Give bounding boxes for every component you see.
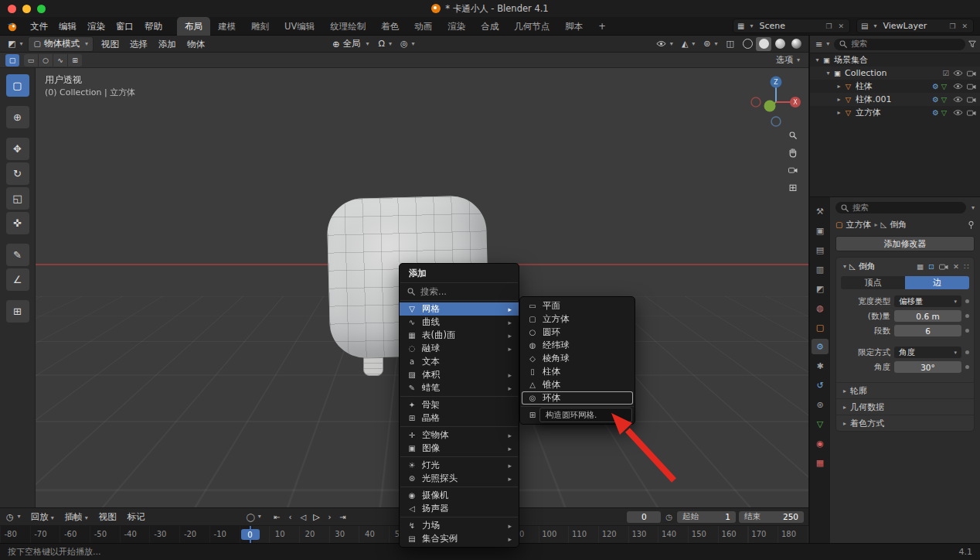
tool-options-dropdown[interactable]: 选项 ▾ <box>773 53 803 67</box>
expand-icon[interactable]: ▸ <box>835 96 843 103</box>
mesh-submenu-item-torus[interactable]: ◎环体 <box>522 391 633 405</box>
modifier-section-shading[interactable]: ▸着色方式 <box>836 415 974 431</box>
add-menu-item-surface[interactable]: ▦表(曲)面▸ <box>400 329 519 342</box>
mesh-data-icon[interactable]: ▽ <box>941 95 947 104</box>
viewport-menu-add[interactable]: 添加 <box>153 36 182 52</box>
navigation-gizmo[interactable]: Z X <box>747 73 805 131</box>
expand-icon[interactable]: ▸ <box>835 83 843 90</box>
gizmos-dropdown[interactable]: ◭ ▾ <box>679 37 698 51</box>
hide-in-viewport-toggle[interactable] <box>953 83 963 90</box>
disable-in-render-toggle[interactable] <box>967 83 976 90</box>
properties-tab-texture[interactable]: ▦ <box>812 455 829 470</box>
workspace-tab-shading[interactable]: 着色 <box>373 17 407 36</box>
mesh-submenu-item-cone[interactable]: △锥体 <box>520 378 635 391</box>
delete-scene-button[interactable]: ✕ <box>836 22 846 30</box>
orthographic-toggle[interactable]: ⊞ <box>789 182 798 193</box>
properties-tab-physics[interactable]: ↺ <box>812 377 829 393</box>
collection-checkbox[interactable]: ☑ <box>942 69 949 77</box>
bevel-affect-edges[interactable]: 边 <box>905 276 969 289</box>
disable-in-render-toggle[interactable] <box>967 96 976 103</box>
tool-measure[interactable]: ∠ <box>6 268 29 291</box>
add-menu-item-collection-instance[interactable]: ▤集合实例▸ <box>400 532 519 545</box>
breadcrumb-modifier[interactable]: 倒角 <box>890 219 907 230</box>
viewport-menu-object[interactable]: 物体 <box>182 36 210 52</box>
add-menu-search[interactable]: 搜索... <box>400 285 519 299</box>
properties-tab-particles[interactable]: ✱ <box>812 358 829 374</box>
tool-move[interactable]: ✥ <box>6 138 29 160</box>
close-window-button[interactable] <box>8 5 16 13</box>
workspace-tab-texture-paint[interactable]: 纹理绘制 <box>322 17 373 36</box>
pin-icon[interactable] <box>968 220 975 230</box>
add-menu-item-volume[interactable]: ▨体积▸ <box>400 368 519 381</box>
properties-tab-object[interactable]: ▢ <box>812 319 829 335</box>
current-frame-field[interactable]: 0 <box>627 511 661 523</box>
shading-rendered[interactable] <box>788 37 804 51</box>
remove-modifier-button[interactable]: ✕ <box>952 262 960 271</box>
pan-control[interactable] <box>788 148 798 158</box>
fullscreen-window-button[interactable] <box>37 5 46 13</box>
animate-property-dot[interactable] <box>965 314 969 318</box>
mode-selector[interactable]: ▢ 物体模式 ▾ <box>28 36 93 52</box>
select-mode-extend[interactable]: ⊞ <box>68 54 82 67</box>
tool-tweak-select[interactable]: ▢ <box>6 74 29 97</box>
animate-property-dot[interactable] <box>965 299 969 303</box>
outliner-row-scene-collection[interactable]: ▾▣场景集合 <box>810 53 980 67</box>
properties-tab-view-layer[interactable]: ▥ <box>812 261 829 277</box>
tool-transform[interactable]: ✜ <box>6 212 29 234</box>
new-scene-button[interactable]: ❐ <box>824 22 833 30</box>
workspace-tab-scripting[interactable]: 脚本 <box>557 17 590 36</box>
tool-annotate[interactable]: ✎ <box>6 244 29 266</box>
mesh-data-icon[interactable]: ▽ <box>941 82 947 90</box>
workspace-tab-geometry-nodes[interactable]: 几何节点 <box>506 17 557 36</box>
outliner-search-input[interactable]: 搜索 <box>834 39 965 50</box>
properties-tab-modifiers[interactable]: ⚙ <box>812 339 829 354</box>
workspace-tab-layout[interactable]: 布局 <box>177 17 210 36</box>
limit-method-dropdown[interactable]: 角度▾ <box>894 347 961 358</box>
amount-field[interactable]: 0.6 m <box>894 310 961 322</box>
properties-tab-render[interactable]: ▣ <box>812 223 829 238</box>
frame-start-field[interactable]: 起始 1 <box>677 511 736 523</box>
overlays-dropdown[interactable]: ⊚ ▾ <box>700 37 720 51</box>
properties-tab-output[interactable]: ▤ <box>812 242 829 258</box>
outliner-row-cylinder-object[interactable]: ▸▽柱体⚙▽ <box>810 80 980 93</box>
workspace-tab-compositing[interactable]: 合成 <box>473 17 506 36</box>
tool-cursor[interactable]: ⊕ <box>6 106 29 128</box>
add-menu-item-curve[interactable]: ∿曲线▸ <box>400 316 519 329</box>
menubar-menu-render[interactable]: 渲染 <box>82 19 111 34</box>
shading-material-preview[interactable] <box>772 37 788 51</box>
expand-icon[interactable]: ▸ <box>835 109 843 116</box>
animate-property-dot[interactable] <box>965 350 969 354</box>
outliner-row-cube-object[interactable]: ▸▽立方体⚙▽ <box>810 106 980 119</box>
transport-next-keyframe[interactable]: › <box>323 510 336 523</box>
transport-jump-to-end[interactable]: ⇥ <box>336 510 349 523</box>
select-mode-box[interactable]: ▭ <box>24 54 39 67</box>
viewport-display-toggle[interactable]: ⊡ <box>927 262 935 271</box>
scene-selector[interactable]: ▦ ▾ Scene ❐ ✕ <box>733 19 850 33</box>
zoom-control[interactable] <box>789 131 797 139</box>
frame-end-field[interactable]: 结束 250 <box>739 511 804 523</box>
width-type-dropdown[interactable]: 偏移量▾ <box>894 295 961 307</box>
disable-in-render-toggle[interactable] <box>967 109 976 116</box>
expand-icon[interactable]: ▾ <box>813 56 822 63</box>
workspace-tab-uv-editing[interactable]: UV编辑 <box>277 17 322 36</box>
shading-wireframe[interactable] <box>740 37 755 51</box>
outliner-row-cylinder-001-object[interactable]: ▸▽柱体.001⚙▽ <box>810 93 980 106</box>
timeline-menu-keying[interactable]: 插帧▾ <box>60 509 94 524</box>
transport-prev-keyframe[interactable]: ‹ <box>284 510 297 523</box>
modifier-section-profile[interactable]: ▸轮廓 <box>836 382 974 398</box>
mesh-submenu-item-ico-sphere[interactable]: ◇棱角球 <box>520 352 635 365</box>
menubar-menu-help[interactable]: 帮助 <box>139 19 168 34</box>
hide-in-viewport-toggle[interactable] <box>953 109 963 116</box>
add-menu-item-light[interactable]: ☀灯光▸ <box>400 459 519 472</box>
animate-property-dot[interactable] <box>965 365 969 369</box>
modifier-section-geometry-data[interactable]: ▸几何数据 <box>836 398 974 415</box>
modifier-icon[interactable]: ⚙ <box>932 82 939 90</box>
outliner-row-collection[interactable]: ▾▣Collection☑ <box>810 67 980 80</box>
properties-tab-world[interactable]: ◍ <box>812 300 829 316</box>
properties-tab-constraints[interactable]: ⊛ <box>812 397 829 412</box>
workspace-tab-modeling[interactable]: 建模 <box>210 17 243 36</box>
mesh-submenu-item-uv-sphere[interactable]: ◍经纬球 <box>520 339 635 352</box>
add-menu-item-armature[interactable]: ✦骨架 <box>400 398 519 411</box>
snapping-toggle[interactable]: Ω ▾ <box>376 37 395 51</box>
timeline-editor-type-selector[interactable]: ◷ ▾ <box>5 510 22 524</box>
